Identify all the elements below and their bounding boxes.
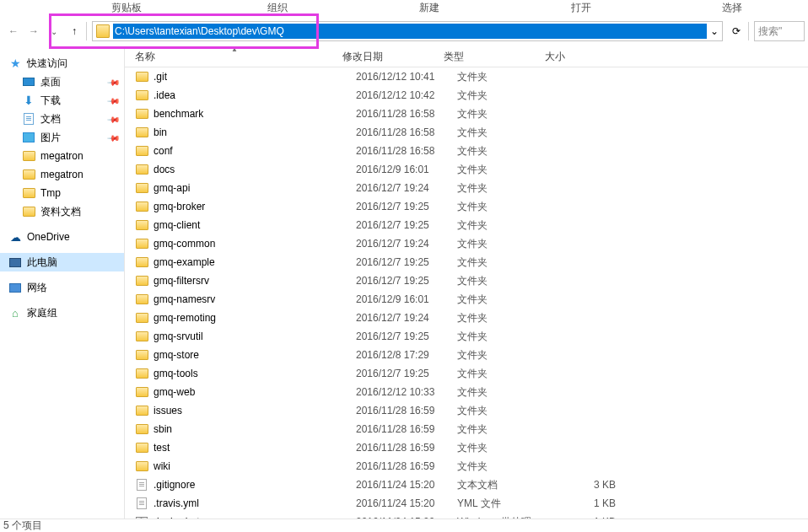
file-name: benchmark [154,108,356,120]
file-row[interactable]: gmq-web2016/12/12 10:33文件夹 [125,383,808,401]
file-date: 2016/12/7 19:24 [356,312,457,324]
file-row[interactable]: sbin2016/11/28 16:59文件夹 [125,420,808,438]
divider [86,22,87,40]
sidebar-item-folder[interactable]: Tmp [0,184,124,202]
file-row[interactable]: wiki2016/11/28 16:59文件夹 [125,457,808,476]
address-dropdown-button[interactable]: ⌄ [707,25,722,37]
ribbon-label: 组织 [202,1,354,15]
file-row[interactable]: benchmark2016/11/28 16:58文件夹 [125,105,808,123]
sidebar-item-homegroup[interactable]: ⌂ 家庭组 [0,304,124,322]
picture-icon [22,131,35,144]
file-type: 文件夹 [457,385,558,400]
file-name: gmq-filtersrv [154,275,356,287]
file-row[interactable]: gmq-namesrv2016/12/9 16:01文件夹 [125,290,808,309]
file-size: 1 KB [558,497,626,509]
sidebar-item-pictures[interactable]: 图片 📌 [0,128,124,147]
file-row[interactable]: issues2016/11/28 16:59文件夹 [125,401,808,420]
file-row[interactable]: .idea2016/12/12 10:42文件夹 [125,86,808,105]
refresh-button[interactable]: ⟳ [726,21,746,41]
file-date: 2016/11/28 16:58 [356,108,457,120]
sidebar-item-desktop[interactable]: 桌面 📌 [0,73,124,91]
pin-icon: 📌 [107,94,121,107]
search-input[interactable]: 搜索" [754,21,805,41]
file-row[interactable]: gmq-client2016/12/7 19:25文件夹 [125,216,808,234]
document-icon [22,112,35,126]
sidebar-item-this-pc[interactable]: 此电脑 [0,253,124,271]
folder-icon [135,293,148,306]
file-date: 2016/12/8 17:29 [356,349,457,361]
file-name: conf [154,145,356,157]
sidebar-item-downloads[interactable]: ⬇ 下载 📌 [0,91,124,110]
file-row[interactable]: gmq-tools2016/12/7 19:25文件夹 [125,364,808,383]
column-header-type[interactable]: 类型 [444,50,545,64]
ribbon-label: 选择 [656,1,808,15]
file-name: gmq-remoting [154,312,356,324]
download-icon: ⬇ [22,94,35,107]
recent-locations-button[interactable]: ⌄ [44,21,64,41]
sidebar-item-label: megatron [40,150,83,162]
file-type: 文件夹 [457,144,558,159]
folder-icon [135,144,148,158]
file-row[interactable]: gmq-broker2016/12/7 19:25文件夹 [125,197,808,216]
forward-button[interactable]: → [24,21,44,41]
file-row[interactable]: gmq-api2016/12/7 19:24文件夹 [125,179,808,197]
folder-icon [22,186,35,200]
sidebar-item-folder[interactable]: megatron [0,147,124,165]
file-type: 文件夹 [457,311,558,325]
textfile-icon [135,478,148,492]
status-bar: 5 个项目 [0,519,808,532]
file-row[interactable]: gmq-srvutil2016/12/7 19:25文件夹 [125,327,808,346]
file-name: gmq-store [154,349,356,361]
file-row[interactable]: gmq-filtersrv2016/12/7 19:25文件夹 [125,271,808,290]
sidebar-item-quick-access[interactable]: ★ 快速访问 [0,54,124,73]
file-row[interactable]: bin2016/11/28 16:58文件夹 [125,123,808,142]
pin-icon: 📌 [107,112,121,126]
file-name: .gitignore [154,479,356,491]
file-list[interactable]: .git2016/12/12 10:41文件夹.idea2016/12/12 1… [125,67,808,532]
file-type: 文件夹 [457,404,558,418]
file-date: 2016/11/24 15:20 [356,497,457,509]
folder-icon [22,168,35,181]
sidebar-item-onedrive[interactable]: ☁ OneDrive [0,228,124,246]
sidebar-item-folder[interactable]: 资料文档 [0,202,124,221]
file-row[interactable]: gmq-store2016/12/8 17:29文件夹 [125,346,808,364]
sidebar-item-documents[interactable]: 文档 📌 [0,110,124,128]
ribbon-section-labels: 剪贴板 组织 新建 打开 选择 [0,0,808,15]
file-row[interactable]: gmq-common2016/12/7 19:24文件夹 [125,234,808,253]
sidebar-item-label: 图片 [40,131,61,145]
folder-icon [135,274,148,287]
file-row[interactable]: gmq-example2016/12/7 19:25文件夹 [125,253,808,271]
folder-icon [22,149,35,163]
file-row[interactable]: .git2016/12/12 10:41文件夹 [125,67,808,86]
sidebar-item-label: 资料文档 [40,205,81,219]
file-type: 文件夹 [457,89,558,103]
file-date: 2016/12/7 19:25 [356,256,457,268]
desktop-icon [22,75,35,89]
file-name: gmq-srvutil [154,330,356,342]
file-name: gmq-common [154,238,356,250]
column-header-size[interactable]: 大小 [545,50,612,64]
sidebar-item-label: 下载 [40,94,61,108]
file-row[interactable]: conf2016/11/28 16:58文件夹 [125,142,808,160]
folder-icon [135,237,148,250]
file-type: 文件夹 [457,293,558,307]
file-name: bin [154,126,356,138]
column-header-name[interactable]: 名称 [135,50,342,64]
file-row[interactable]: test2016/11/28 16:59文件夹 [125,438,808,457]
column-header-date[interactable]: 修改日期 [342,50,444,64]
up-button[interactable]: ↑ [64,21,84,41]
address-bar[interactable]: C:\Users\tantexian\Desktop\dev\GMQ ⌄ [92,21,723,41]
file-type: 文件夹 [457,181,558,196]
file-row[interactable]: .travis.yml2016/11/24 15:20YML 文件1 KB [125,494,808,513]
file-type: 文本文档 [457,478,558,492]
sidebar-item-label: 网络 [27,281,47,295]
file-row[interactable]: gmq-remoting2016/12/7 19:24文件夹 [125,309,808,327]
sidebar-item-network[interactable]: 网络 [0,278,124,297]
back-button[interactable]: ← [3,21,24,41]
file-row[interactable]: .gitignore2016/11/24 15:20文本文档3 KB [125,476,808,494]
file-type: 文件夹 [457,200,558,214]
address-path[interactable]: C:\Users\tantexian\Desktop\dev\GMQ [113,24,707,39]
folder-icon [135,70,148,83]
file-row[interactable]: docs2016/12/9 16:01文件夹 [125,160,808,179]
sidebar-item-folder[interactable]: megatron [0,165,124,184]
